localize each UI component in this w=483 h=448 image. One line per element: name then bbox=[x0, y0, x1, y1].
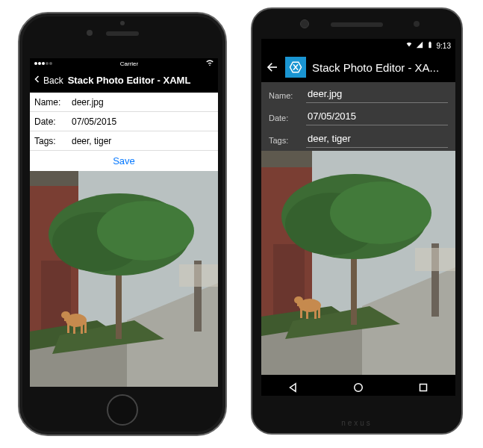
android-form: Name: Date: Tags: bbox=[261, 82, 455, 149]
android-screen: 9:13 Stack Photo Editor - XA... Name: Da… bbox=[261, 39, 455, 396]
form-row-tags: Tags: bbox=[261, 127, 455, 149]
iphone-front-camera bbox=[87, 30, 93, 36]
android-front-camera bbox=[300, 19, 309, 28]
carrier-label: Carrier bbox=[120, 60, 138, 67]
tags-field[interactable] bbox=[69, 134, 218, 148]
form-row-name: Name: bbox=[261, 82, 455, 105]
svg-rect-43 bbox=[318, 308, 320, 318]
iphone-proximity-sensor bbox=[120, 21, 125, 25]
svg-rect-42 bbox=[314, 308, 317, 319]
signal-dots-icon bbox=[34, 62, 52, 65]
android-nav-bar bbox=[261, 375, 455, 396]
svg-rect-15 bbox=[67, 323, 69, 333]
home-button[interactable] bbox=[107, 394, 138, 426]
tags-label: Tags: bbox=[269, 136, 306, 148]
svg-marker-48 bbox=[290, 384, 296, 392]
date-label: Date: bbox=[269, 113, 306, 125]
svg-rect-17 bbox=[81, 323, 83, 334]
ios-form: Name: Date: Tags: Save bbox=[30, 93, 218, 171]
name-field[interactable] bbox=[69, 96, 218, 109]
svg-rect-50 bbox=[420, 385, 426, 391]
android-app-bar: Stack Photo Editor - XA... bbox=[261, 52, 455, 82]
wifi-icon bbox=[405, 41, 413, 50]
xamarin-logo-icon bbox=[285, 57, 306, 78]
iphone-screen: Carrier Back Stack Photo Editor - XAML N… bbox=[30, 58, 218, 387]
svg-rect-47 bbox=[415, 248, 455, 271]
ios-navigation-bar: Back Stack Photo Editor - XAML bbox=[30, 69, 218, 93]
ios-status-bar: Carrier bbox=[30, 58, 218, 69]
form-row-tags: Tags: bbox=[30, 131, 218, 151]
name-field[interactable] bbox=[306, 85, 448, 103]
iphone-device-frame: Carrier Back Stack Photo Editor - XAML N… bbox=[18, 12, 227, 436]
nav-back-button[interactable] bbox=[287, 381, 300, 394]
svg-rect-22 bbox=[179, 264, 218, 287]
form-row-date: Date: bbox=[30, 112, 218, 131]
back-button[interactable] bbox=[266, 60, 279, 74]
back-button[interactable]: Back bbox=[33, 74, 63, 87]
android-earpiece-speaker bbox=[331, 22, 383, 27]
photo-preview bbox=[261, 151, 455, 375]
form-row-date: Date: bbox=[261, 105, 455, 127]
date-label: Date: bbox=[30, 116, 69, 127]
photo-preview bbox=[30, 171, 218, 387]
iphone-earpiece-speaker bbox=[106, 31, 139, 36]
back-button-label: Back bbox=[43, 75, 63, 86]
page-title: Stack Photo Editor - XA... bbox=[312, 61, 451, 74]
save-button[interactable]: Save bbox=[30, 151, 218, 171]
svg-rect-41 bbox=[306, 309, 308, 319]
battery-icon bbox=[426, 41, 434, 50]
tags-field[interactable] bbox=[306, 130, 448, 148]
svg-rect-29 bbox=[261, 151, 312, 167]
tags-label: Tags: bbox=[30, 136, 69, 146]
svg-point-49 bbox=[355, 384, 363, 392]
svg-rect-40 bbox=[300, 308, 302, 318]
svg-rect-4 bbox=[30, 171, 78, 186]
device-brand-label: nexus bbox=[341, 419, 373, 427]
svg-point-38 bbox=[330, 181, 431, 244]
date-field[interactable] bbox=[306, 108, 448, 125]
svg-rect-18 bbox=[84, 323, 87, 333]
android-device-frame: 9:13 Stack Photo Editor - XA... Name: Da… bbox=[251, 7, 463, 435]
status-time: 9:13 bbox=[437, 42, 451, 50]
name-label: Name: bbox=[269, 91, 306, 103]
android-status-bar: 9:13 bbox=[261, 39, 455, 52]
android-sensor bbox=[414, 21, 420, 27]
nav-home-button[interactable] bbox=[352, 381, 365, 394]
svg-rect-20 bbox=[64, 316, 69, 321]
page-title: Stack Photo Editor - XAML bbox=[68, 75, 191, 86]
chevron-left-icon bbox=[33, 74, 42, 87]
form-row-name: Name: bbox=[30, 93, 218, 112]
wifi-icon bbox=[206, 59, 214, 68]
svg-point-13 bbox=[97, 201, 194, 261]
nav-recent-button[interactable] bbox=[417, 381, 430, 394]
signal-icon bbox=[416, 41, 423, 50]
svg-rect-45 bbox=[297, 301, 302, 306]
comparison-stage: Carrier Back Stack Photo Editor - XAML N… bbox=[0, 0, 483, 448]
name-label: Name: bbox=[30, 97, 69, 108]
svg-rect-16 bbox=[73, 324, 75, 334]
date-field[interactable] bbox=[69, 115, 218, 128]
